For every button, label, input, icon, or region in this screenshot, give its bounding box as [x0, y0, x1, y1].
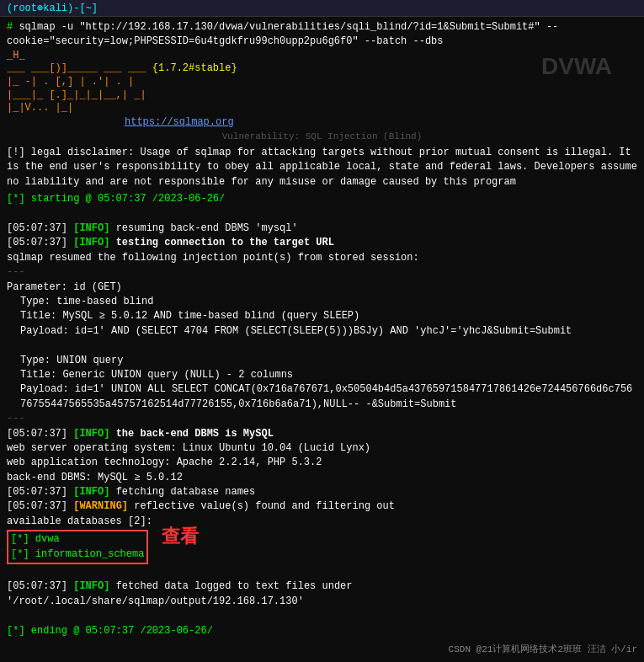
dbms-version-line: back-end DBMS: MySQL ≥ 5.0.12 [7, 471, 637, 485]
shell-hash: # [7, 21, 19, 33]
avail-dbs-line: available databases [2]: [7, 515, 637, 529]
info-line-1: [05:07:37] [INFO] resuming back-end DBMS… [7, 222, 637, 236]
info-line-2: [05:07:37] [INFO] testing connection to … [7, 236, 637, 250]
warn-line: [05:07:37] [WARNING] reflective value(s)… [7, 499, 637, 514]
vuln-title-watermark: Vulnerability: SQL Injection (Blind) [7, 131, 637, 144]
blank-line-2 [7, 339, 637, 353]
title-2: Title: Generic UNION query (NULL) - 2 co… [7, 368, 637, 382]
fetched-info-line: [05:07:37] [INFO] fetched data logged to… [7, 579, 637, 609]
starting-line: [*] starting @ 05:07:37 /2023-06-26/ [7, 192, 637, 206]
blank-line-3 [7, 565, 637, 579]
payload-1: Payload: id=1' AND (SELECT 4704 FROM (SE… [7, 324, 637, 339]
tech-line: web application technology: Apache 2.2.1… [7, 456, 637, 470]
version-text: {1.7.2#stable} [152, 62, 237, 74]
dvwa-logo: DVWA [541, 50, 612, 84]
type-2: Type: UNION query [7, 354, 637, 368]
watermark: CSDN @21计算机网络技术2班班 汪洁 小/ir [449, 643, 637, 655]
db-highlight-box: [*] dvwa [*] information_schema [7, 530, 148, 564]
blank-line-4 [7, 609, 637, 623]
resumed-line: sqlmap resumed the following injection p… [7, 251, 637, 265]
legal-disclaimer: [!] legal disclaimer: Usage of sqlmap fo… [7, 146, 637, 190]
org-url-line: https://sqlmap.org [125, 115, 637, 130]
ascii-line5: |_|V... |_| [7, 102, 637, 115]
command-line: # sqlmap -u "http://192.168.17.130/dvwa/… [7, 20, 637, 50]
param-block: Parameter: id (GET) Type: time-based bli… [7, 280, 637, 339]
top-bar: (root⊛kali)-[~] [0, 0, 644, 17]
payload-2: Payload: id=1' UNION ALL SELECT CONCAT(0… [7, 382, 637, 412]
ascii-art-section: _H_ ___ ___[)]_____ ___ ___ {1.7.2#stabl… [7, 50, 637, 115]
divider-2: --- [7, 412, 637, 426]
command-text: sqlmap -u "http://192.168.17.130/dvwa/vu… [7, 21, 558, 47]
ending-line: [*] ending @ 05:07:37 /2023-06-26/ [7, 624, 637, 638]
look-label: 查看 [162, 527, 199, 548]
terminal-window: (root⊛kali)-[~] # sqlmap -u "http://192.… [0, 0, 644, 662]
title-1: Title: MySQL ≥ 5.0.12 AND time-based bli… [7, 309, 637, 323]
org-url[interactable]: https://sqlmap.org [125, 116, 234, 128]
union-block: Type: UNION query Title: Generic UNION q… [7, 354, 637, 413]
os-line: web server operating system: Linux Ubunt… [7, 441, 637, 456]
divider-1: --- [7, 265, 637, 280]
type-1: Type: time-based blind [7, 295, 637, 309]
info-fetch-line: [05:07:37] [INFO] fetching database name… [7, 485, 637, 499]
prompt-label: (root⊛kali)-[~] [7, 3, 98, 14]
db-item-2: [*] information_schema [11, 547, 144, 562]
param-header: Parameter: id (GET) [7, 280, 637, 295]
dbms-info-line: [05:07:37] [INFO] the back-end DBMS is M… [7, 427, 637, 441]
db-item-1: [*] dvwa [11, 532, 144, 547]
ascii-line4: |___|_ [.]_|_|_|__,| _| [7, 89, 637, 103]
terminal-content: # sqlmap -u "http://192.168.17.130/dvwa/… [0, 17, 644, 656]
blank-line-1 [7, 207, 637, 222]
